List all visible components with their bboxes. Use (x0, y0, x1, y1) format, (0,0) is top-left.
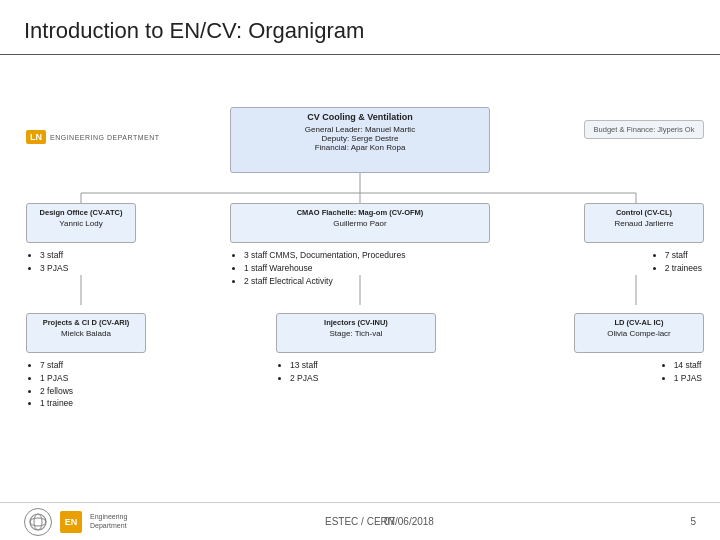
row2-left-name: Mielck Balada (32, 329, 140, 338)
top-right-badge: Budget & Finance: Jlyperis Ok (584, 120, 704, 139)
row1-center-name: Guillermo Paor (236, 219, 484, 228)
svg-point-9 (34, 514, 42, 530)
row1-center-box: CMAO Flachelle: Mag-om (CV-OFM) Guillerm… (230, 203, 490, 243)
bullet-item: 1 PJAS (40, 372, 73, 385)
row2-center-bullets: 13 staff 2 PJAS (278, 359, 318, 385)
dept-label: ENGINEERING DEPARTMENT (50, 134, 160, 141)
bullet-item: 2 staff Electrical Activity (244, 275, 405, 288)
row1-center-label: CMAO Flachelle: Mag-om (CV-OFM) (236, 208, 484, 217)
page-title: Introduction to EN/CV: Organigram (24, 18, 696, 44)
bullet-item: 14 staff (674, 359, 702, 372)
page-container: Introduction to EN/CV: Organigram (0, 0, 720, 493)
svg-point-8 (30, 514, 46, 530)
row2-left-bullets: 7 staff 1 PJAS 2 fellows 1 trainee (28, 359, 73, 410)
footer-org: ESTEC / CERN (325, 516, 395, 527)
row2-left-label: Projects & CI D (CV-ARI) (32, 318, 140, 327)
row1-right-name: Renaud Jarlierre (590, 219, 698, 228)
row1-right-label: Control (CV-CL) (590, 208, 698, 217)
page-footer: EN EngineeringDepartment 07/06/2018 ESTE… (0, 502, 720, 540)
row2-center-label: Injectors (CV-INU) (282, 318, 430, 327)
bullet-item: 1 PJAS (674, 372, 702, 385)
row1-center-bullets: 3 staff CMMS, Documentation, Procedures … (232, 249, 405, 287)
bullet-item: 13 staff (290, 359, 318, 372)
page-header: Introduction to EN/CV: Organigram (0, 0, 720, 55)
footer-dept-text: EngineeringDepartment (90, 513, 127, 530)
bullet-item: 3 staff (40, 249, 68, 262)
footer-page: 5 (690, 516, 696, 527)
bullet-item: 2 fellows (40, 385, 73, 398)
bullet-item: 3 PJAS (40, 262, 68, 275)
top-box-line3: Financial: Apar Kon Ropa (236, 143, 484, 152)
top-box-line1: General Leader: Manuel Martic (236, 125, 484, 134)
ln-footer-logo: EN (60, 511, 82, 533)
bullet-item: 1 staff Warehouse (244, 262, 405, 275)
bullet-item: 7 staff (665, 249, 702, 262)
row1-left-bullets: 3 staff 3 PJAS (28, 249, 68, 275)
row1-left-label: Design Office (CV-ATC) (32, 208, 130, 217)
bullet-item: 1 trainee (40, 397, 73, 410)
row2-right-name: Olivia Compe-lacr (580, 329, 698, 338)
bullet-item: 7 staff (40, 359, 73, 372)
bullet-item: 2 PJAS (290, 372, 318, 385)
row1-left-box: Design Office (CV-ATC) Yannic Lody (26, 203, 136, 243)
row1-right-box: Control (CV-CL) Renaud Jarlierre (584, 203, 704, 243)
row2-right-bullets: 14 staff 1 PJAS (662, 359, 702, 385)
cern-logo-circle (24, 508, 52, 536)
ln-dept-badge: LN ENGINEERING DEPARTMENT (26, 130, 160, 144)
row2-center-name: Stage: Tich-val (282, 329, 430, 338)
main-content: LN ENGINEERING DEPARTMENT CV Cooling & V… (0, 55, 720, 493)
bullet-item: 2 trainees (665, 262, 702, 275)
row2-center-box: Injectors (CV-INU) Stage: Tich-val (276, 313, 436, 353)
row1-right-bullets: 7 staff 2 trainees (653, 249, 702, 275)
org-chart: LN ENGINEERING DEPARTMENT CV Cooling & V… (16, 65, 704, 485)
svg-point-10 (30, 518, 46, 526)
footer-logos: EN EngineeringDepartment (24, 508, 127, 536)
row2-right-label: LD (CV-AL IC) (580, 318, 698, 327)
bullet-item: 3 staff CMMS, Documentation, Procedures (244, 249, 405, 262)
row2-left-box: Projects & CI D (CV-ARI) Mielck Balada (26, 313, 146, 353)
ln-logo: LN (26, 130, 46, 144)
row2-right-box: LD (CV-AL IC) Olivia Compe-lacr (574, 313, 704, 353)
row1-left-name: Yannic Lody (32, 219, 130, 228)
top-box-line2: Deputy: Serge Destre (236, 134, 484, 143)
top-box-label: CV Cooling & Ventilation (236, 112, 484, 122)
top-cv-box: CV Cooling & Ventilation General Leader:… (230, 107, 490, 173)
